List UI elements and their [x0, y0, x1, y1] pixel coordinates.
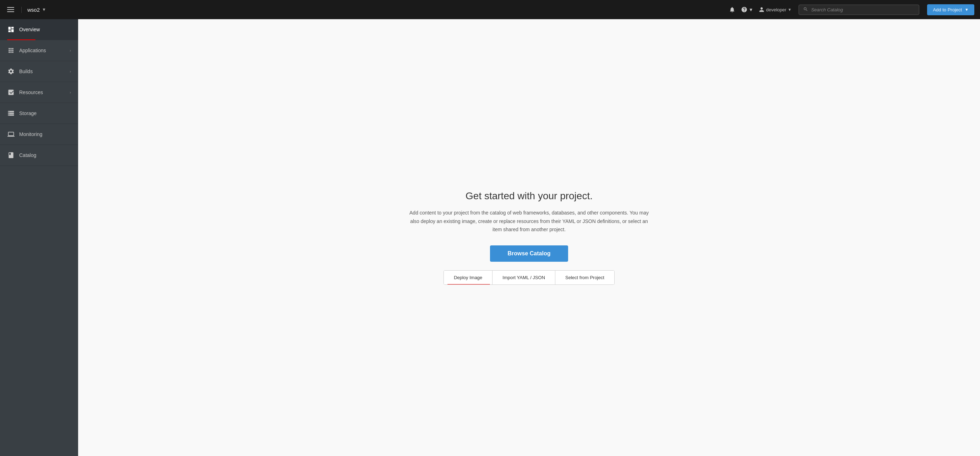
search-catalog-input[interactable] [811, 7, 915, 13]
sidebar-item-applications[interactable]: Applications › [0, 40, 78, 61]
project-name: wso2 [27, 7, 40, 13]
user-chevron-icon: ▼ [788, 8, 792, 12]
add-to-project-button[interactable]: Add to Project ▼ [927, 4, 974, 15]
resources-icon [7, 88, 15, 96]
applications-icon [7, 46, 15, 54]
sidebar-item-resources-label: Resources [19, 89, 65, 95]
project-chevron-icon: ▼ [42, 7, 46, 12]
sidebar-item-overview-label: Overview [19, 27, 71, 32]
welcome-card: Get started with your project. Add conte… [408, 190, 650, 285]
builds-chevron-icon: › [70, 69, 71, 73]
sidebar-item-catalog-label: Catalog [19, 152, 71, 158]
builds-icon [7, 67, 15, 75]
user-label: developer [766, 7, 786, 13]
hamburger-menu[interactable] [6, 6, 16, 13]
sidebar-item-applications-label: Applications [19, 48, 65, 53]
navbar-icons: ▼ developer ▼ [729, 6, 792, 13]
sidebar-item-storage-label: Storage [19, 110, 71, 116]
monitoring-icon [7, 130, 15, 138]
top-navbar: wso2 ▼ ▼ developer ▼ Add to Project ▼ [0, 0, 980, 19]
user-menu[interactable]: developer ▼ [759, 7, 791, 13]
sidebar-item-storage[interactable]: Storage [0, 103, 78, 124]
secondary-actions-group: Deploy Image Import YAML / JSON Select f… [444, 270, 615, 285]
sidebar-item-resources[interactable]: Resources › [0, 82, 78, 103]
notification-bell-icon[interactable] [729, 6, 735, 13]
sidebar: Overview Applications › Builds › Resourc… [0, 19, 78, 456]
deploy-image-button[interactable]: Deploy Image [444, 271, 493, 284]
sidebar-item-monitoring[interactable]: Monitoring [0, 124, 78, 145]
sidebar-item-builds-label: Builds [19, 69, 65, 74]
applications-chevron-icon: › [70, 48, 71, 53]
sidebar-item-monitoring-label: Monitoring [19, 131, 71, 137]
sidebar-item-builds[interactable]: Builds › [0, 61, 78, 82]
main-layout: Overview Applications › Builds › Resourc… [0, 19, 980, 456]
sidebar-item-catalog[interactable]: Catalog [0, 145, 78, 166]
catalog-icon [7, 151, 15, 159]
main-content: Get started with your project. Add conte… [78, 19, 980, 456]
browse-catalog-button[interactable]: Browse Catalog [490, 246, 568, 262]
search-catalog-field[interactable] [799, 5, 919, 15]
overview-icon [7, 26, 15, 33]
help-icon[interactable]: ▼ [741, 6, 754, 13]
sidebar-item-overview[interactable]: Overview [0, 19, 78, 40]
search-icon [803, 7, 808, 13]
resources-chevron-icon: › [70, 90, 71, 94]
select-from-project-button[interactable]: Select from Project [555, 271, 614, 284]
welcome-title: Get started with your project. [408, 190, 650, 202]
project-selector[interactable]: wso2 ▼ [21, 7, 46, 13]
storage-icon [7, 109, 15, 117]
import-yaml-button[interactable]: Import YAML / JSON [493, 271, 555, 284]
welcome-description: Add content to your project from the cat… [408, 209, 650, 234]
add-to-project-chevron-icon: ▼ [965, 8, 969, 12]
help-chevron: ▼ [749, 7, 754, 13]
